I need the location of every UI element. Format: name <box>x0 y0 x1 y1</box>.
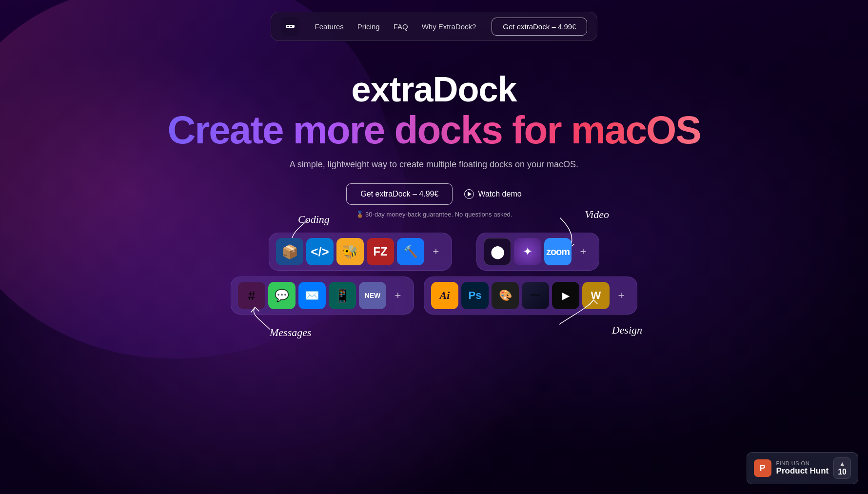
video-label: Video <box>585 208 609 221</box>
dock-icon-sourcetree: 📦 <box>276 238 303 265</box>
design-dock-container: Ai Ps 🎨 〰 <box>424 277 637 315</box>
hero-description: A simple, lightweight way to create mult… <box>290 159 578 170</box>
video-dock-container: Video ⬤ ✦ <box>476 233 599 271</box>
nav-pricing[interactable]: Pricing <box>357 22 380 31</box>
coding-label: Coding <box>298 213 330 226</box>
dock-icon-filezilla: FZ <box>367 238 394 265</box>
coding-dock-add[interactable]: + <box>427 243 445 260</box>
dock-icon-web: W <box>582 282 610 309</box>
hero-subtitle: Create more docks for macOS <box>167 109 700 152</box>
dock-icon-photoshop: Ps <box>461 282 489 309</box>
dock-icon-freeform: 〰 <box>522 282 549 309</box>
hero-section: extraDock Create more docks for macOS A … <box>167 70 700 218</box>
nav-faq[interactable]: FAQ <box>394 22 408 31</box>
demo-label: Watch demo <box>478 190 521 198</box>
design-label: Design <box>612 324 642 336</box>
dock-icon-bee: 🐝 <box>336 238 364 265</box>
guarantee-text: 🏅 30-day money-back guarantee. No questi… <box>356 211 513 218</box>
dock-icon-framer: ▶ <box>552 282 579 309</box>
hero-title: extraDock <box>351 70 516 109</box>
page-content: Features Pricing FAQ Why ExtraDock? Get … <box>0 0 868 494</box>
play-triangle <box>468 192 472 197</box>
play-icon <box>464 189 474 199</box>
hero-cta-button[interactable]: Get extraDock – 4.99€ <box>346 183 453 205</box>
dock-icon-figma: 🎨 <box>492 282 519 309</box>
messages-dock-container: # 💬 ✉️ 📱 <box>231 277 414 315</box>
dock-icon-zoom: zoom <box>544 238 572 265</box>
svg-rect-1 <box>287 26 289 27</box>
messages-dock-add[interactable]: + <box>389 287 407 304</box>
messages-label: Messages <box>270 326 312 339</box>
dock-icon-whatsapp: 📱 <box>329 282 356 309</box>
hero-actions: Get extraDock – 4.99€ Watch demo <box>346 183 521 205</box>
coding-dock-container: Coding 📦 </> <box>269 233 452 271</box>
dock-icon-mail: ✉️ <box>298 282 326 309</box>
docks-row-1: Coding 📦 </> <box>244 233 624 271</box>
nav-links: Features Pricing FAQ Why ExtraDock? <box>315 22 476 31</box>
svg-rect-2 <box>290 26 292 27</box>
nav-features[interactable]: Features <box>315 22 344 31</box>
coding-dock: 📦 </> 🐝 FZ <box>269 233 452 271</box>
dock-icon-xcode: 🔨 <box>397 238 424 265</box>
docks-row-2: # 💬 ✉️ 📱 <box>244 277 624 315</box>
design-dock-add[interactable]: + <box>612 287 630 304</box>
dock-icon-codeshot: ⬤ <box>484 238 511 265</box>
dock-icon-messages: 💬 <box>268 282 296 309</box>
navbar: Features Pricing FAQ Why ExtraDock? Get … <box>271 12 598 41</box>
dock-icon-jazz: ✦ <box>514 238 541 265</box>
docks-section: Coding 📦 </> <box>0 233 868 315</box>
dock-icon-slack: # <box>238 282 265 309</box>
nav-cta-button[interactable]: Get extraDock – 4.99€ <box>492 18 587 36</box>
design-dock: Ai Ps 🎨 〰 <box>424 277 637 315</box>
video-dock: ⬤ ✦ zoom + <box>476 233 599 271</box>
docks-wrapper: Coding 📦 </> <box>244 233 624 315</box>
logo-icon <box>285 21 296 32</box>
nav-logo <box>281 17 299 36</box>
dock-icon-vscode: </> <box>306 238 334 265</box>
video-dock-add[interactable]: + <box>574 243 592 260</box>
messages-dock: # 💬 ✉️ 📱 <box>231 277 414 315</box>
dock-icon-illustrator: Ai <box>431 282 458 309</box>
hero-demo-button[interactable]: Watch demo <box>464 189 521 199</box>
nav-why[interactable]: Why ExtraDock? <box>422 22 476 31</box>
dock-icon-teams: NEW <box>359 282 386 309</box>
